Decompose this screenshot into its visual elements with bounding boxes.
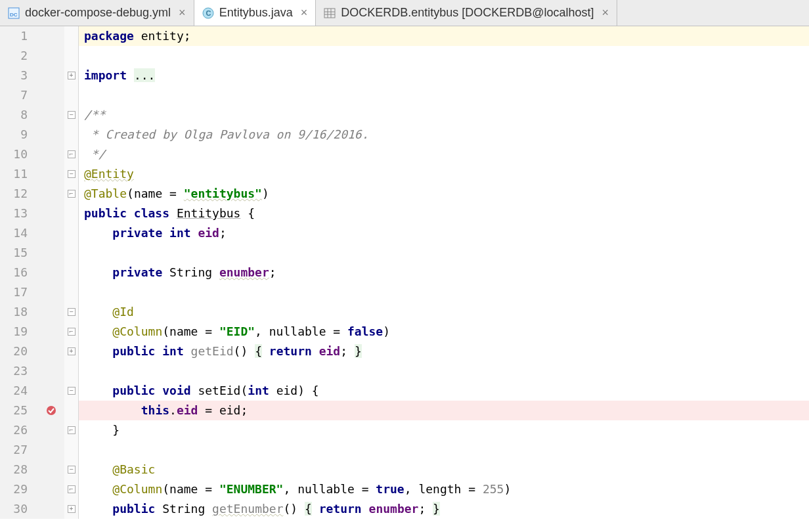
breakpoint-gutter[interactable] xyxy=(38,26,64,46)
fold-collapse-icon[interactable]: − xyxy=(68,111,76,119)
code-line[interactable]: 14 private int eid; xyxy=(0,223,809,243)
docker-compose-icon: DC xyxy=(8,7,20,19)
code-line[interactable]: 18 − @Id xyxy=(0,302,809,322)
code-line[interactable]: 24 − public void setEid(int eid) { xyxy=(0,381,809,401)
code-line[interactable]: 23 xyxy=(0,361,809,381)
fold-collapse-icon[interactable]: − xyxy=(68,466,76,474)
fold-end-icon[interactable]: ⌐ xyxy=(68,485,76,493)
code-line[interactable]: 17 xyxy=(0,282,809,302)
code-editor[interactable]: 1 package entity; 2 3 + import ... 7 8 −… xyxy=(0,26,809,532)
editor-tabs: DC docker-compose-debug.yml × C Entitybu… xyxy=(0,0,809,26)
fold-expand-icon[interactable]: + xyxy=(68,347,76,355)
tab-label: Entitybus.java xyxy=(219,6,293,20)
code-line[interactable]: 16 private String enumber; xyxy=(0,263,809,282)
code-line[interactable]: 1 package entity; xyxy=(0,26,809,46)
fold-collapse-icon[interactable]: − xyxy=(68,308,76,316)
fold-expand-icon[interactable]: + xyxy=(68,72,76,79)
fold-gutter[interactable] xyxy=(64,26,79,46)
close-icon[interactable]: × xyxy=(301,6,308,20)
code-line[interactable]: 3 + import ... xyxy=(0,66,809,85)
tab-label: DOCKERDB.entitybus [DOCKERDB@localhost] xyxy=(341,6,594,20)
svg-rect-4 xyxy=(324,9,335,18)
tab-entitybus-java[interactable]: C Entitybus.java × xyxy=(194,0,317,26)
code-line[interactable]: 30 + public String getEnumber() { return… xyxy=(0,499,809,519)
close-icon[interactable]: × xyxy=(602,6,609,20)
svg-text:C: C xyxy=(206,9,211,17)
breakpoint-icon xyxy=(46,405,56,416)
fold-collapse-icon[interactable]: − xyxy=(68,170,76,178)
code-line[interactable]: 27 xyxy=(0,440,809,460)
close-icon[interactable]: × xyxy=(179,6,186,20)
code-line[interactable]: 29 ⌐ @Column(name = "ENUMBER", nullable … xyxy=(0,479,809,499)
code-line[interactable]: 10 ⌐ */ xyxy=(0,144,809,164)
java-class-icon: C xyxy=(202,7,214,19)
code-line[interactable]: 15 xyxy=(0,243,809,263)
svg-point-9 xyxy=(47,406,56,415)
code-line[interactable]: 13 public class Entitybus { xyxy=(0,204,809,223)
fold-end-icon[interactable]: ⌐ xyxy=(68,150,76,158)
code-line[interactable]: 20 + public int getEid() { return eid; } xyxy=(0,342,809,361)
code-line[interactable]: 12 ⌐ @Table(name = "entitybus") xyxy=(0,184,809,204)
code-line[interactable]: 28 − @Basic xyxy=(0,460,809,479)
breakpoint-marker[interactable] xyxy=(38,401,64,420)
tab-label: docker-compose-debug.yml xyxy=(25,6,171,20)
svg-text:DC: DC xyxy=(10,12,18,18)
tab-dockerdb-entitybus[interactable]: DOCKERDB.entitybus [DOCKERDB@localhost] … xyxy=(316,0,617,26)
line-number: 1 xyxy=(0,26,38,46)
fold-collapse-icon[interactable]: − xyxy=(68,387,76,395)
fold-end-icon[interactable]: ⌐ xyxy=(68,426,76,434)
table-icon xyxy=(324,7,336,19)
code-line[interactable]: 8 − /** xyxy=(0,105,809,125)
code-line[interactable]: 2 xyxy=(0,46,809,66)
tab-docker-compose[interactable]: DC docker-compose-debug.yml × xyxy=(0,0,194,26)
code-line[interactable]: 26 ⌐ } xyxy=(0,420,809,440)
code-line-breakpoint[interactable]: 25 this.eid = eid; xyxy=(0,401,809,420)
fold-end-icon[interactable]: ⌐ xyxy=(68,190,76,198)
fold-end-icon[interactable]: ⌐ xyxy=(68,328,76,336)
fold-expand-icon[interactable]: + xyxy=(68,505,76,513)
code-line[interactable]: 19 ⌐ @Column(name = "EID", nullable = fa… xyxy=(0,322,809,342)
code-line[interactable]: 7 xyxy=(0,85,809,105)
code-line[interactable]: 9 * Created by Olga Pavlova on 9/16/2016… xyxy=(0,125,809,144)
code-line[interactable]: 11 − @Entity xyxy=(0,164,809,184)
